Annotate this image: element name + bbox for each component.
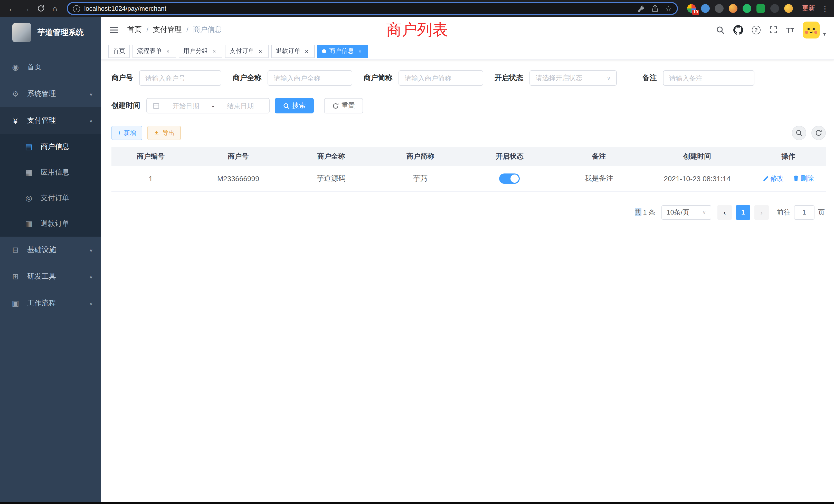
forward-button[interactable]: → (20, 2, 33, 15)
browser-menu-icon[interactable]: ⋮ (821, 4, 829, 13)
sidebar-item-dev-tools[interactable]: ⊞ 研发工具 ∨ (0, 263, 101, 290)
merchant-no-input[interactable] (145, 74, 215, 82)
back-button[interactable]: ← (5, 2, 19, 15)
url-bar[interactable]: i localhost:1024/pay/merchant ☆ (67, 2, 678, 15)
page-number-button[interactable]: 1 (736, 205, 750, 220)
tab-home[interactable]: 首页 (108, 44, 130, 58)
font-size-icon[interactable]: TT (786, 25, 794, 34)
sidebar-item-merchant-info[interactable]: ▤ 商户信息 (0, 134, 101, 160)
extension-icon[interactable]: 10 (687, 4, 696, 13)
sidebar-item-workflow[interactable]: ▣ 工作流程 ∨ (0, 290, 101, 317)
column-header: 商户号 (190, 147, 287, 166)
tab-pay-order[interactable]: 支付订单 × (225, 44, 269, 58)
tab-process-form[interactable]: 流程表单 × (132, 44, 176, 58)
extension-icon[interactable] (784, 4, 793, 13)
hamburger-icon[interactable] (109, 26, 118, 33)
delete-button-label: 删除 (800, 174, 814, 183)
search-icon[interactable] (716, 25, 724, 34)
edit-button-label: 修改 (770, 174, 784, 183)
close-icon[interactable]: × (164, 47, 172, 55)
sidebar-item-infrastructure[interactable]: ⊟ 基础设施 ∨ (0, 236, 101, 263)
share-icon[interactable] (652, 5, 659, 12)
export-button[interactable]: 导出 (147, 126, 181, 140)
sidebar-item-system[interactable]: ⚙ 系统管理 ∨ (0, 81, 101, 107)
extension-icon[interactable] (729, 4, 738, 13)
next-page-button[interactable]: › (754, 205, 769, 220)
user-avatar[interactable] (803, 21, 820, 38)
close-icon[interactable]: × (211, 47, 218, 55)
refresh-button[interactable] (811, 126, 826, 140)
short-name-input[interactable] (405, 74, 477, 82)
search-button[interactable]: 搜索 (275, 98, 314, 113)
extension-icon[interactable] (756, 4, 765, 13)
chevron-down-icon: ∨ (89, 248, 93, 252)
sidebar-item-home[interactable]: ◉ 首页 (0, 54, 101, 81)
home-button[interactable]: ⌂ (48, 2, 62, 15)
prev-page-button[interactable]: ‹ (718, 205, 732, 220)
delete-button[interactable]: 删除 (793, 174, 814, 183)
tab-label: 商户信息 (329, 47, 354, 55)
sidebar-menu: ◉ 首页 ⚙ 系统管理 ∨ ¥ 支付管理 ∧ ▤ 商户信息 (0, 54, 101, 317)
breadcrumb-payment[interactable]: 支付管理 (153, 25, 182, 35)
tab-refund-order[interactable]: 退款订单 × (271, 44, 315, 58)
search-icon (283, 102, 290, 109)
sidebar-item-pay-order[interactable]: ◎ 支付订单 (0, 185, 101, 211)
annotation-title: 商户列表 (386, 20, 448, 41)
font-size-small: T (791, 27, 794, 32)
filter-short-name: 商户简称 (364, 70, 483, 86)
status-select[interactable]: 请选择开启状态 ∨ (529, 70, 617, 86)
reset-button[interactable]: 重置 (324, 98, 363, 113)
chevron-down-icon: ∨ (607, 75, 611, 81)
fullscreen-icon[interactable] (769, 26, 777, 34)
date-range-picker[interactable]: - (146, 98, 270, 113)
cell-actions: 修改 删除 (751, 166, 826, 191)
sidebar-logo[interactable]: 芋道管理系统 (0, 17, 101, 48)
status-toggle[interactable] (500, 174, 520, 184)
remark-input[interactable] (669, 74, 748, 82)
sidebar-item-label: 研发工具 (27, 272, 82, 281)
help-icon[interactable]: ? (751, 25, 760, 34)
font-size-big: T (786, 25, 791, 34)
close-icon[interactable]: × (303, 47, 310, 55)
sidebar: 芋道管理系统 ◉ 首页 ⚙ 系统管理 ∨ ¥ 支付管理 ∧ (0, 17, 101, 504)
close-icon[interactable]: × (257, 47, 264, 55)
avatar-caret-icon[interactable]: ▾ (823, 31, 826, 37)
tab-merchant-info[interactable]: 商户信息 × (317, 44, 368, 58)
date-end-input[interactable] (217, 102, 263, 110)
filter-label: 商户全称 (233, 73, 261, 83)
full-name-input[interactable] (274, 74, 346, 82)
goto-page-input[interactable] (794, 205, 814, 220)
browser-update-button[interactable]: 更新 (802, 4, 815, 13)
close-icon[interactable]: × (356, 47, 364, 55)
edit-button[interactable]: 修改 (763, 174, 784, 183)
pager: ‹ 1 › (718, 205, 769, 220)
extension-icon[interactable] (701, 4, 710, 13)
page-size-select[interactable]: 10条/页 ∨ (661, 205, 711, 220)
date-start-input[interactable] (163, 102, 209, 110)
extension-icon[interactable] (743, 4, 751, 13)
pagination: 共 1 条 10条/页 ∨ ‹ 1 › 前往 页 (111, 205, 826, 220)
sidebar-item-app-info[interactable]: ▦ 应用信息 (0, 160, 101, 185)
add-button[interactable]: + 新增 (111, 126, 142, 140)
sidebar-item-payment[interactable]: ¥ 支付管理 ∧ (0, 107, 101, 134)
github-icon[interactable] (733, 25, 743, 35)
browser-chrome: ← → ⌂ i localhost:1024/pay/merchant ☆ 10 (0, 0, 834, 17)
sidebar-item-refund-order[interactable]: ▥ 退款订单 (0, 211, 101, 236)
filter-remark: 备注 (642, 70, 754, 86)
reload-button[interactable] (34, 2, 47, 15)
bookmark-star-icon[interactable]: ☆ (665, 5, 672, 12)
toggle-search-button[interactable] (792, 126, 806, 140)
tab-user-group[interactable]: 用户分组 × (179, 44, 222, 58)
filter-merchant-no: 商户号 (111, 70, 221, 86)
site-info-icon[interactable]: i (73, 5, 80, 12)
omnibox-actions: ☆ (638, 5, 672, 12)
url-text: localhost:1024/pay/merchant (84, 5, 634, 12)
extension-icon[interactable] (715, 4, 724, 13)
column-header: 商户编号 (111, 147, 190, 166)
password-key-icon[interactable] (638, 5, 645, 12)
column-header: 创建时间 (644, 147, 751, 166)
breadcrumb-home[interactable]: 首页 (127, 25, 142, 35)
add-button-label: 新增 (124, 129, 136, 137)
extension-icon[interactable] (770, 4, 779, 13)
pencil-icon (763, 176, 769, 182)
